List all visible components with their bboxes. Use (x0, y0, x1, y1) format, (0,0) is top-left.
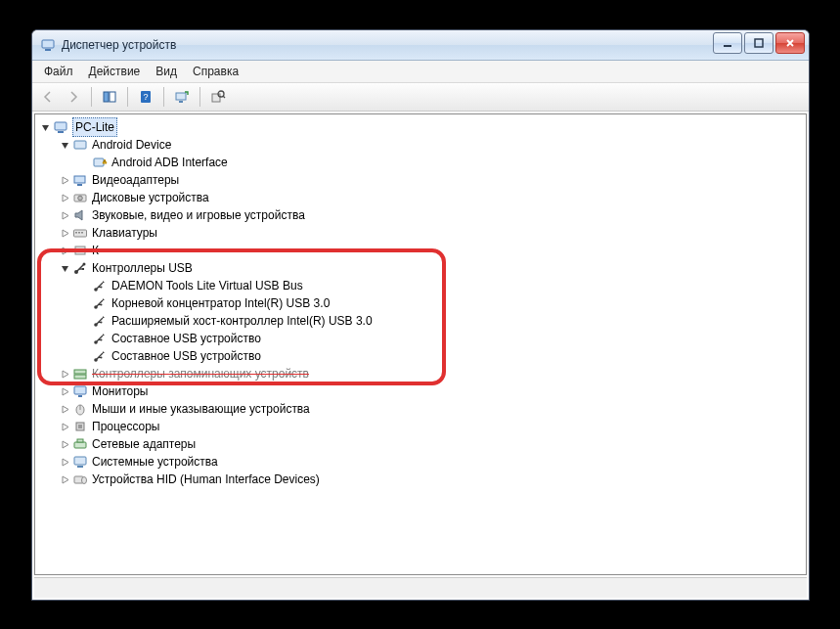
svg-point-22 (78, 196, 83, 201)
tree-row[interactable]: Расширяемый хост-контроллер Intel(R) USB… (78, 312, 806, 330)
svg-rect-3 (755, 39, 763, 47)
svg-rect-43 (74, 386, 86, 394)
scan-hardware-button[interactable] (170, 85, 194, 109)
tree-row[interactable]: Дисковые устройства (59, 189, 806, 206)
expand-icon[interactable] (59, 227, 70, 239)
tree-label: Контроллеры запоминающих устройств (92, 365, 309, 382)
tree-row[interactable]: Звуковые, видео и игровые устройства (59, 206, 806, 224)
forward-button[interactable] (62, 85, 85, 109)
menu-file[interactable]: Файл (36, 63, 81, 80)
toolbar-separator (163, 87, 164, 107)
expand-icon[interactable] (59, 368, 70, 380)
expand-icon[interactable] (59, 245, 70, 256)
svg-rect-1 (45, 49, 51, 51)
tree-row[interactable]: Составное USB устройство (78, 347, 806, 365)
usb-icon (92, 313, 108, 329)
tree-row[interactable]: Мониторы (59, 382, 806, 400)
hid-icon (72, 472, 88, 487)
tree-row[interactable]: Устройства HID (Human Interface Devices) (59, 471, 806, 488)
tree-row[interactable]: Процессоры (59, 418, 806, 435)
svg-rect-42 (74, 375, 86, 379)
menu-action[interactable]: Действие (81, 63, 149, 80)
toolbar-separator (199, 87, 200, 107)
expand-icon[interactable] (59, 456, 70, 468)
tree-row[interactable]: Android Device (59, 136, 806, 154)
tree-row-root[interactable]: PC-Lite (39, 118, 806, 136)
tree-node: Сетевые адаптеры (59, 435, 806, 453)
window-controls (713, 32, 805, 54)
svg-rect-30 (82, 268, 84, 270)
network-icon (72, 436, 88, 452)
svg-rect-25 (78, 232, 80, 234)
svg-rect-13 (55, 122, 66, 130)
tree-row[interactable]: Видеоадаптеры (59, 171, 806, 189)
tree-node: Мониторы (59, 382, 806, 400)
expand-icon[interactable] (59, 421, 70, 432)
svg-rect-48 (78, 425, 82, 428)
svg-rect-52 (77, 466, 83, 468)
expand-icon[interactable] (59, 192, 70, 203)
close-button[interactable] (775, 32, 805, 54)
maximize-button[interactable] (744, 32, 774, 54)
svg-rect-8 (176, 93, 186, 100)
tree-node: Расширяемый хост-контроллер Intel(R) USB… (78, 312, 806, 330)
adb-warn-icon (92, 155, 108, 170)
tree-row[interactable]: К (59, 242, 806, 259)
help-button[interactable]: ? (134, 85, 157, 109)
tree-label: Составное USB устройство (111, 347, 261, 365)
tree-node: Контроллеры USBDAEMON Tools Lite Virtual… (59, 259, 806, 365)
collapse-icon[interactable] (39, 121, 51, 133)
device-manager-window: Диспетчер устройств Файл Действие Вид Сп… (31, 29, 810, 601)
svg-rect-51 (74, 457, 86, 465)
tree-row[interactable]: Корневой концентратор Intel(R) USB 3.0 (78, 294, 806, 312)
usb-icon (92, 295, 108, 311)
svg-rect-4 (104, 92, 109, 102)
menu-help[interactable]: Справка (185, 63, 246, 80)
svg-point-40 (101, 357, 103, 359)
svg-point-34 (101, 304, 103, 306)
tree-node: К (59, 242, 806, 259)
keyboard-icon (72, 225, 88, 241)
collapse-icon[interactable] (59, 139, 70, 151)
minimize-button[interactable] (713, 32, 742, 54)
system-icon (72, 454, 88, 470)
window-title: Диспетчер устройств (62, 38, 176, 52)
back-button[interactable] (36, 85, 60, 109)
menu-view[interactable]: Вид (148, 63, 185, 80)
collapse-icon[interactable] (59, 262, 70, 274)
tree-label: Корневой концентратор Intel(R) USB 3.0 (111, 294, 330, 312)
tree-label: Мыши и иные указывающие устройства (92, 400, 310, 418)
tree-row[interactable]: Мыши и иные указывающие устройства (59, 400, 806, 418)
svg-rect-16 (94, 158, 104, 166)
svg-rect-9 (179, 101, 183, 103)
expand-icon[interactable] (59, 473, 70, 485)
tree-row[interactable]: Android ADB Interface (78, 154, 806, 171)
tree-label: Системные устройства (92, 453, 218, 471)
expand-icon[interactable] (59, 209, 70, 221)
tree-node: Процессоры (59, 418, 806, 435)
expand-icon[interactable] (59, 403, 70, 415)
device-tree[interactable]: PC-Lite Android DeviceAndroid ADB Interf… (34, 113, 807, 575)
show-hide-console-button[interactable] (98, 85, 121, 109)
svg-rect-24 (75, 232, 77, 234)
app-icon (40, 37, 56, 53)
tree-label: Android Device (92, 136, 171, 154)
properties-button[interactable] (206, 85, 230, 109)
expand-icon[interactable] (59, 385, 70, 397)
device-category-icon (72, 137, 88, 153)
tree-row[interactable]: Контроллеры USB (59, 259, 806, 277)
tree-row[interactable]: Клавиатуры (59, 224, 806, 242)
display-adapter-icon (72, 172, 88, 188)
tree-row[interactable]: DAEMON Tools Lite Virtual USB Bus (78, 277, 806, 294)
tree-node: Android ADB Interface (78, 154, 806, 171)
expand-icon[interactable] (59, 438, 70, 450)
tree-node: Дисковые устройства (59, 189, 806, 206)
menubar: Файл Действие Вид Справка (32, 61, 809, 83)
svg-point-36 (101, 322, 103, 324)
expand-icon[interactable] (59, 174, 70, 186)
tree-row[interactable]: Сетевые адаптеры (59, 435, 806, 453)
tree-row[interactable]: Контроллеры запоминающих устройств (59, 365, 806, 382)
tree-label: Android ADB Interface (111, 154, 228, 171)
tree-row[interactable]: Составное USB устройство (78, 330, 806, 347)
tree-row[interactable]: Системные устройства (59, 453, 806, 471)
